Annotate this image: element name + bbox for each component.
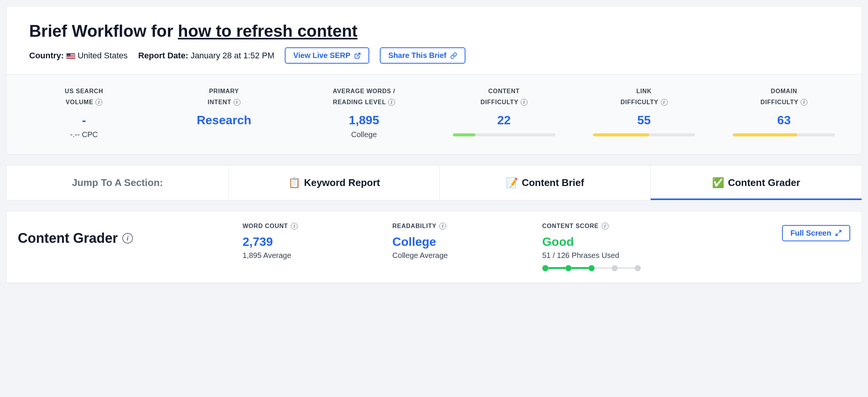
metric-label-primary-intent: PRIMARY INTENT i <box>158 86 290 108</box>
metric-value-search-volume: - <box>18 113 150 127</box>
grader-content-score-sub: 51 / 126 Phrases Used <box>542 251 726 260</box>
grader-content-score: CONTENT SCORE i Good 51 / 126 Phrases Us… <box>542 223 726 271</box>
metric-value-link-difficulty: 55 <box>578 113 710 127</box>
progress-fill <box>733 133 797 136</box>
grader-word-count: WORD COUNT i 2,739 1,895 Average <box>242 223 392 260</box>
content-grader-card: Content Grader i WORD COUNT i 2,739 1,89… <box>6 211 862 283</box>
brief-header-card: Brief Workflow for how to refresh conten… <box>6 6 862 155</box>
country-meta: Country: United States <box>29 51 128 61</box>
grader-readability-value: College <box>392 235 542 249</box>
metric-label-avg-words: AVERAGE WORDS / READING LEVEL i <box>298 86 430 108</box>
report-date-meta: Report Date: January 28 at 1:52 PM <box>138 51 275 61</box>
metric-link-difficulty: LINK DIFFICULTY i 55 <box>574 86 714 139</box>
full-screen-label: Full Screen <box>790 229 831 238</box>
info-icon[interactable]: i <box>439 223 446 230</box>
metric-label-content-difficulty: CONTENT DIFFICULTY i <box>438 86 570 108</box>
metric-domain-difficulty: DOMAIN DIFFICULTY i 63 <box>714 86 854 139</box>
metrics-row: US SEARCH VOLUME i - -.-- CPC PRIMARY IN… <box>6 74 862 154</box>
info-icon[interactable]: i <box>122 233 133 244</box>
country-label: Country: <box>29 51 64 60</box>
jump-to-label: Jump To A Section: <box>6 166 229 200</box>
grader-readability-sub: College Average <box>392 251 542 260</box>
score-dot <box>612 265 618 271</box>
info-icon[interactable]: i <box>388 99 395 106</box>
info-icon[interactable]: i <box>234 99 240 106</box>
metric-content-difficulty: CONTENT DIFFICULTY i 22 <box>434 86 574 139</box>
tab-label: Content Brief <box>522 177 584 189</box>
share-brief-button[interactable]: Share This Brief <box>380 47 465 64</box>
title-keyword: how to refresh content <box>178 22 358 40</box>
metric-label-search-volume: US SEARCH VOLUME i <box>18 86 150 108</box>
grader-readability: READABILITY i College College Average <box>392 223 542 260</box>
content-score-track <box>542 265 641 271</box>
us-flag-icon <box>66 53 75 59</box>
clipboard-icon: 📋 <box>288 177 300 189</box>
view-live-serp-button[interactable]: View Live SERP <box>285 47 369 64</box>
score-seg <box>571 267 589 269</box>
score-dot <box>542 265 548 271</box>
report-date-label: Report Date: <box>138 51 188 60</box>
fullscreen-cell: Full Screen <box>725 223 850 241</box>
score-seg <box>548 267 565 269</box>
metric-primary-intent: PRIMARY INTENT i Research <box>154 86 294 139</box>
metric-value-primary-intent: Research <box>158 113 290 127</box>
progress-link-difficulty <box>593 133 695 136</box>
grader-word-count-label: WORD COUNT i <box>242 223 298 230</box>
info-icon[interactable]: i <box>291 223 298 230</box>
progress-fill <box>453 133 475 136</box>
info-icon[interactable]: i <box>95 99 102 106</box>
tab-content-grader[interactable]: ✅ Content Grader <box>651 166 862 200</box>
score-dot <box>635 265 641 271</box>
checkmark-icon: ✅ <box>712 177 724 189</box>
section-tabs: Jump To A Section: 📋 Keyword Report 📝 Co… <box>6 165 862 200</box>
score-dot <box>589 265 595 271</box>
progress-content-difficulty <box>453 133 555 136</box>
score-dot <box>565 265 571 271</box>
page-title: Brief Workflow for how to refresh conten… <box>29 22 839 41</box>
report-date-value: January 28 at 1:52 PM <box>190 51 274 60</box>
share-brief-label: Share This Brief <box>388 51 446 60</box>
expand-icon <box>835 230 842 236</box>
grader-content-score-value: Good <box>542 235 726 249</box>
progress-domain-difficulty <box>733 133 835 136</box>
tab-label: Keyword Report <box>304 177 380 189</box>
metric-value-domain-difficulty: 63 <box>718 113 850 127</box>
full-screen-button[interactable]: Full Screen <box>782 225 850 241</box>
info-icon[interactable]: i <box>602 223 609 230</box>
info-icon[interactable]: i <box>801 99 807 106</box>
tab-content-brief[interactable]: 📝 Content Brief <box>440 166 651 200</box>
tab-keyword-report[interactable]: 📋 Keyword Report <box>229 166 440 200</box>
metric-search-volume: US SEARCH VOLUME i - -.-- CPC <box>14 86 154 139</box>
meta-row: Country: United States Report Date: Janu… <box>29 47 839 64</box>
metric-sub-search-volume: -.-- CPC <box>18 130 150 139</box>
svg-line-0 <box>357 53 360 56</box>
link-icon <box>450 52 457 59</box>
content-grader-title: Content Grader i <box>18 223 242 246</box>
view-live-serp-label: View Live SERP <box>293 51 350 60</box>
grader-readability-label: READABILITY i <box>392 223 446 230</box>
grader-word-count-sub: 1,895 Average <box>242 251 392 260</box>
metric-label-link-difficulty: LINK DIFFICULTY i <box>578 86 710 108</box>
info-icon[interactable]: i <box>661 99 668 106</box>
metric-avg-words: AVERAGE WORDS / READING LEVEL i 1,895 Co… <box>294 86 434 139</box>
brief-header: Brief Workflow for how to refresh conten… <box>6 6 862 74</box>
content-grader-title-text: Content Grader <box>18 230 118 246</box>
grader-summary-row: Content Grader i WORD COUNT i 2,739 1,89… <box>6 211 862 283</box>
grader-content-score-label: CONTENT SCORE i <box>542 223 609 230</box>
metric-value-avg-words: 1,895 <box>298 113 430 127</box>
metric-label-domain-difficulty: DOMAIN DIFFICULTY i <box>718 86 850 108</box>
external-link-icon <box>354 52 361 59</box>
score-seg <box>595 267 612 269</box>
metric-value-content-difficulty: 22 <box>438 113 570 127</box>
progress-fill <box>593 133 649 136</box>
title-prefix: Brief Workflow for <box>29 22 178 40</box>
info-icon[interactable]: i <box>521 99 528 106</box>
tab-label: Content Grader <box>728 177 800 189</box>
memo-icon: 📝 <box>506 177 518 189</box>
grader-word-count-value: 2,739 <box>242 235 392 249</box>
metric-sub-avg-words: College <box>298 130 430 139</box>
score-seg <box>618 267 635 269</box>
country-value: United States <box>78 51 128 60</box>
